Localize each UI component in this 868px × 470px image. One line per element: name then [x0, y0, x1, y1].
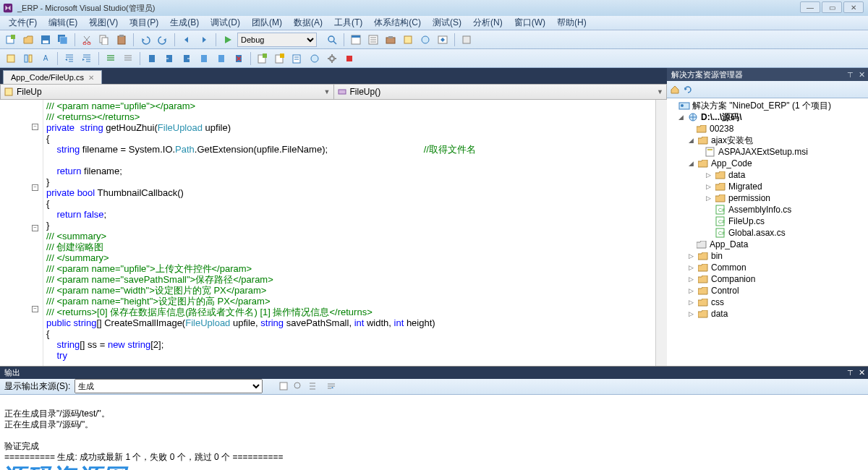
open-button[interactable]	[20, 32, 36, 48]
fold-toggle[interactable]: −	[32, 184, 38, 191]
window-minimize-button[interactable]: —	[800, 1, 820, 13]
tree-file[interactable]: C#AssemblyInfo.cs	[667, 204, 868, 215]
paste-button[interactable]	[114, 32, 129, 48]
window-close-button[interactable]: ✕	[843, 1, 864, 13]
undo-button[interactable]	[137, 32, 153, 48]
output-source-select[interactable]: 生成	[75, 379, 263, 393]
tree-folder[interactable]: ▷Migrated	[667, 181, 868, 192]
tab-close-icon[interactable]: ✕	[88, 74, 94, 82]
tree-folder[interactable]: ▷css	[667, 296, 868, 308]
menu-data[interactable]: 数据(A)	[288, 15, 328, 30]
pin-icon[interactable]: ⊤	[847, 71, 854, 79]
start-debug-button[interactable]	[220, 32, 236, 48]
vertical-scrollbar[interactable]	[655, 100, 667, 366]
window-maximize-button[interactable]: ▭	[822, 1, 842, 13]
next-bookmark-button[interactable]	[179, 51, 195, 67]
copy-button[interactable]	[96, 32, 112, 48]
new-project-button[interactable]	[3, 32, 19, 48]
output-goto-button[interactable]	[307, 381, 318, 391]
comment-button[interactable]	[103, 51, 119, 67]
class-select-button[interactable]	[3, 51, 19, 67]
menu-team[interactable]: 团队(M)	[246, 15, 288, 30]
uncomment-button[interactable]	[120, 51, 136, 67]
start-page-button[interactable]	[435, 32, 451, 48]
member-picker[interactable]: FileUp() ▼	[334, 85, 667, 99]
tree-folder[interactable]: ◢ajax安装包	[667, 134, 868, 146]
code-content[interactable]: /// <param name="upfile"></param> /// <r…	[43, 100, 655, 366]
save-all-button[interactable]	[55, 32, 71, 48]
object-browser-button[interactable]	[417, 32, 433, 48]
menu-view[interactable]: 视图(V)	[83, 15, 124, 30]
refresh-button[interactable]	[683, 85, 693, 95]
tree-file[interactable]: C#FileUp.cs	[667, 215, 868, 227]
tree-folder[interactable]: ▷Companion	[667, 273, 868, 285]
menu-window[interactable]: 窗口(W)	[509, 15, 551, 30]
pin-icon[interactable]: ⊤	[847, 369, 854, 377]
navigate-back-button[interactable]	[179, 32, 195, 48]
menu-tools[interactable]: 工具(T)	[328, 15, 368, 30]
tree-folder[interactable]: ◢App_Code	[667, 158, 868, 169]
tree-folder[interactable]: ▷Common	[667, 262, 868, 273]
output-clear-button[interactable]	[278, 381, 289, 391]
prev-bookmark-button[interactable]	[161, 51, 177, 67]
properties-button[interactable]	[365, 32, 381, 48]
menu-test[interactable]: 测试(S)	[427, 15, 467, 30]
class-picker[interactable]: FileUp ▼	[1, 85, 334, 99]
find-button[interactable]	[324, 32, 340, 48]
indent-less-button[interactable]	[61, 51, 77, 67]
tree-project[interactable]: ◢D:\...\源码\	[667, 111, 868, 123]
close-icon[interactable]: ✕	[859, 70, 865, 80]
tree-solution[interactable]: 解决方案 "NineDot_ERP" (1 个项目)	[667, 100, 868, 111]
tree-file[interactable]: C#Global.asax.cs	[667, 227, 868, 239]
output-content[interactable]: 正在生成目录"/源码/test/"。 正在生成目录"/源码/"。 验证完成 ==…	[0, 395, 868, 470]
output-wrap-button[interactable]	[326, 381, 336, 391]
output-find-button[interactable]	[293, 381, 303, 391]
menu-help[interactable]: 帮助(H)	[551, 15, 592, 30]
menu-analyze[interactable]: 分析(N)	[467, 15, 509, 30]
toolbox-button[interactable]	[383, 32, 399, 48]
add-item2-button[interactable]	[272, 51, 288, 67]
menu-architecture[interactable]: 体系结构(C)	[368, 15, 427, 30]
close-icon[interactable]: ✕	[859, 368, 865, 377]
fold-toggle[interactable]: −	[32, 306, 38, 312]
tree-folder[interactable]: ▷Control	[667, 285, 868, 296]
member-select-button[interactable]	[20, 51, 36, 67]
stop-button[interactable]	[341, 51, 357, 67]
ref-button[interactable]: A	[38, 51, 54, 67]
tree-folder[interactable]: 00238	[667, 123, 868, 134]
tree-folder[interactable]: ▷bin	[667, 250, 868, 262]
code-editor[interactable]: − − − − /// <param name="upfile"></param…	[0, 100, 667, 366]
menu-file[interactable]: 文件(F)	[3, 15, 43, 30]
config-select[interactable]: Debug	[237, 33, 317, 47]
indent-more-button[interactable]	[79, 51, 95, 67]
prev-bookmark-folder-button[interactable]	[196, 51, 212, 67]
add-existing-button[interactable]	[289, 51, 305, 67]
next-bookmark-folder-button[interactable]	[213, 51, 229, 67]
menu-debug[interactable]: 调试(D)	[205, 15, 246, 30]
bookmark-button[interactable]	[144, 51, 160, 67]
solution-explorer-button[interactable]	[348, 32, 364, 48]
tree-folder[interactable]: ▷data	[667, 308, 868, 320]
cut-button[interactable]	[79, 32, 95, 48]
tree-folder[interactable]: ▷data	[667, 169, 868, 181]
save-button[interactable]	[38, 32, 54, 48]
tree-folder[interactable]: App_Data	[667, 239, 868, 250]
fold-toggle[interactable]: −	[32, 124, 38, 130]
extension-button[interactable]	[459, 32, 475, 48]
copy-website-button[interactable]	[307, 51, 323, 67]
tree-file[interactable]: ASPAJAXExtSetup.msi	[667, 146, 868, 158]
clear-bookmarks-button[interactable]	[231, 51, 247, 67]
menu-edit[interactable]: 编辑(E)	[43, 15, 83, 30]
solution-tree[interactable]: 解决方案 "NineDot_ERP" (1 个项目) ◢D:\...\源码\ 0…	[667, 98, 868, 366]
add-item-button[interactable]	[255, 51, 271, 67]
navigate-forward-button[interactable]	[196, 32, 212, 48]
menu-build[interactable]: 生成(B)	[164, 15, 205, 30]
home-button[interactable]	[670, 85, 680, 95]
config-button[interactable]	[324, 51, 340, 67]
menu-project[interactable]: 项目(P)	[124, 15, 164, 30]
redo-button[interactable]	[155, 32, 171, 48]
fold-toggle[interactable]: −	[32, 225, 38, 231]
tab-fileup[interactable]: App_Code/FileUp.cs ✕	[3, 70, 102, 84]
class-view-button[interactable]	[400, 32, 416, 48]
tree-folder[interactable]: ▷permission	[667, 192, 868, 204]
